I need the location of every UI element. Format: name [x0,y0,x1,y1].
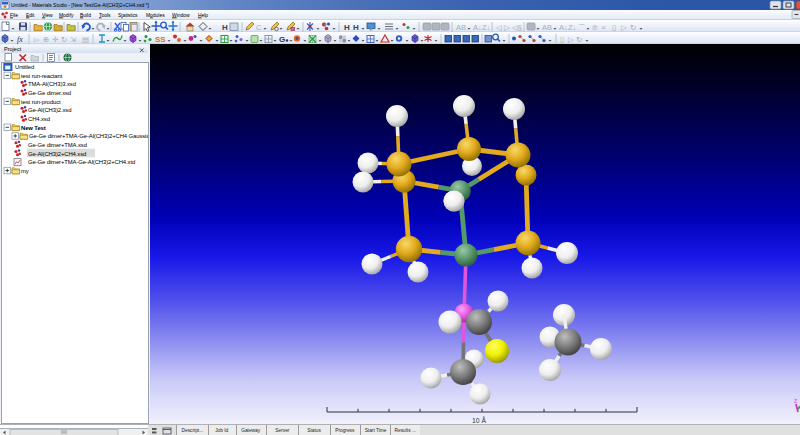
svg-text:A↓: A↓ [473,23,482,32]
svg-text:C: C [256,23,262,32]
svg-text:↻: ↻ [630,23,636,32]
svg-text:10 Å: 10 Å [472,416,486,424]
svg-text:Ge-Ge dimer+TMA.xsd: Ge-Ge dimer+TMA.xsd [28,142,87,148]
svg-text:AB: AB [542,23,552,32]
svg-text:✛: ✛ [52,35,59,44]
svg-text:Ge-Al(CH3)2+CH4.xsd: Ge-Al(CH3)2+CH4.xsd [28,151,86,157]
svg-text:⇲: ⇲ [70,35,76,44]
svg-text:A↓: A↓ [559,23,568,32]
svg-text:↻: ↻ [61,35,67,44]
svg-text:⌒: ⌒ [578,23,586,32]
svg-text:◁: ◁ [496,23,502,32]
svg-text:▯: ▯ [560,35,564,44]
svg-text:Z↓: Z↓ [482,23,490,32]
svg-text:◁§: ◁§ [512,23,522,32]
svg-text:Ge-Ge dimer+TMA-Ge-Al(CH3)2+CH: Ge-Ge dimer+TMA-Ge-Al(CH3)2+CH4.xtd [28,159,135,165]
svg-text:Ge-Ge dimer.xsd: Ge-Ge dimer.xsd [28,90,71,96]
svg-text:▷: ▷ [621,23,627,32]
svg-text:H: H [222,23,228,32]
svg-text:CH4.xsd: CH4.xsd [28,116,50,122]
svg-text:H: H [353,23,359,32]
svg-text:z: z [794,397,797,404]
svg-text:∝: ∝ [601,23,606,32]
svg-text:▷: ▷ [568,35,574,44]
svg-text:Untitled: Untitled [15,64,34,70]
svg-text:TMA-Al(CH3)3.xsd: TMA-Al(CH3)3.xsd [28,81,76,87]
svg-text:H: H [344,23,350,32]
svg-text:SS: SS [155,35,166,44]
svg-text:⊕: ⊕ [43,35,49,44]
svg-text:my: my [21,168,29,174]
svg-text:G: G [279,35,285,44]
svg-text:℗: ℗ [592,23,598,32]
svg-text:fx: fx [17,35,23,44]
svg-text:Ge-Al(CH3)2.xsd: Ge-Al(CH3)2.xsd [28,107,71,113]
svg-text:▤: ▤ [82,35,89,44]
svg-text:New Test: New Test [21,125,46,131]
svg-text:Z↓: Z↓ [568,23,576,32]
svg-text:▯: ▯ [612,23,616,32]
svg-text:▷: ▷ [504,23,510,32]
svg-text:test run-reactant: test run-reactant [21,73,63,79]
svg-text:AB: AB [456,23,466,32]
svg-text:▻: ▻ [34,35,40,44]
svg-text:test run-product: test run-product [21,99,61,105]
svg-text:Ge-Ge dimer+TMA-Ge-Al(CH3)2+CH: Ge-Ge dimer+TMA-Ge-Al(CH3)2+CH4 Gaussian [29,133,148,139]
svg-text:↻: ↻ [576,35,582,44]
